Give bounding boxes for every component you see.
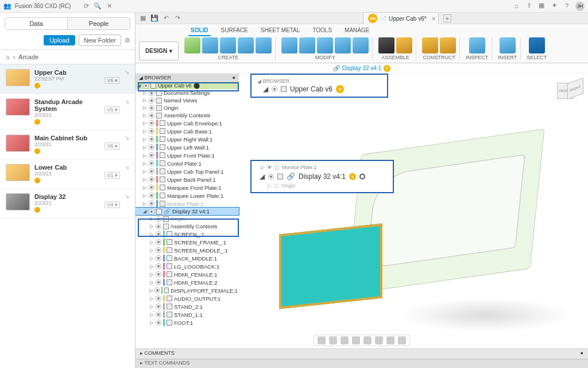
- visibility-icon[interactable]: [149, 98, 154, 103]
- tree-node[interactable]: ▷HDMI_FEMALE:2: [136, 278, 239, 286]
- tree-node[interactable]: ▷LG_LOGOBACK:1: [136, 262, 239, 270]
- visibility-icon[interactable]: [149, 177, 154, 182]
- tree-node[interactable]: ▷SCREEN_MIDDLE_:1: [136, 246, 239, 254]
- axis-icon[interactable]: [440, 37, 456, 53]
- visibility-icon[interactable]: [149, 144, 154, 150]
- ext-icon[interactable]: ▦: [537, 2, 546, 10]
- visibility-icon[interactable]: [143, 83, 149, 89]
- tree-node[interactable]: ▷STAND_1:1: [136, 310, 239, 319]
- extrude-icon[interactable]: [202, 37, 218, 53]
- version-badge[interactable]: V6 ▾: [105, 77, 120, 84]
- visibility-icon[interactable]: [149, 168, 154, 174]
- visibility-icon[interactable]: [156, 263, 161, 269]
- sketch-icon[interactable]: [184, 37, 200, 53]
- display-settings-icon[interactable]: [375, 336, 383, 344]
- tree-node[interactable]: ▷Marquee Front Plate:1: [136, 183, 239, 191]
- tree-node[interactable]: ▷FOOT:1: [136, 319, 239, 327]
- cart-icon[interactable]: ⇪: [525, 2, 533, 10]
- tab-people[interactable]: People: [68, 18, 130, 29]
- tree-node[interactable]: ▷Marquee Lower Plate:1: [136, 191, 239, 200]
- design-item[interactable]: Main Cabinet Sub 2/23/21 V6 ▾ ↘: [0, 130, 135, 159]
- visibility-icon[interactable]: [149, 136, 154, 142]
- visibility-icon[interactable]: [156, 296, 161, 301]
- tree-node[interactable]: ▷Origin: [136, 104, 239, 112]
- align-icon[interactable]: [353, 37, 369, 53]
- tree-node[interactable]: ◢🔗Display 32 v4:1: [136, 208, 239, 215]
- revolve-icon[interactable]: [220, 37, 236, 53]
- tree-node[interactable]: ▷Upper Front Plate:1: [136, 151, 239, 159]
- grid-settings-icon[interactable]: [386, 336, 394, 344]
- workspace-picker[interactable]: DESIGN▾: [139, 41, 179, 60]
- shell-icon[interactable]: [299, 37, 315, 53]
- save-icon[interactable]: 💾: [150, 14, 158, 22]
- search-icon[interactable]: 🔍: [94, 2, 102, 10]
- combine-icon[interactable]: [317, 37, 333, 53]
- gear-icon[interactable]: ⚙: [125, 37, 130, 44]
- tree-node[interactable]: ▷Origin: [136, 215, 239, 223]
- visibility-icon[interactable]: [149, 113, 154, 118]
- user-avatar[interactable]: JH: [575, 2, 585, 11]
- version-badge[interactable]: V6 ▾: [105, 143, 120, 150]
- joint-icon[interactable]: [378, 37, 394, 53]
- look-icon[interactable]: [363, 336, 372, 344]
- measure-icon[interactable]: [469, 37, 485, 53]
- insert-icon[interactable]: [500, 37, 516, 53]
- browser-header[interactable]: ◢ BROWSER ●: [136, 74, 239, 82]
- fit-icon[interactable]: [352, 336, 360, 344]
- version-badge[interactable]: V1 ▾: [105, 172, 120, 179]
- visibility-icon[interactable]: [149, 209, 154, 214]
- tree-node[interactable]: ▷AUDIO_OUTPUT:1: [136, 294, 239, 302]
- linked-component-bar[interactable]: 🔗 Display 32 v4:1 V: [136, 63, 588, 74]
- version-badge[interactable]: V5 ▾: [105, 106, 120, 113]
- undo-icon[interactable]: ↶: [162, 14, 170, 22]
- plane-icon[interactable]: [422, 37, 438, 53]
- tree-node[interactable]: ▷Contol Plate:1: [136, 159, 239, 167]
- close-icon[interactable]: ✕: [431, 16, 436, 22]
- refresh-icon[interactable]: ⟳: [82, 2, 90, 10]
- visibility-icon[interactable]: [156, 216, 161, 222]
- visibility-icon[interactable]: [156, 279, 161, 285]
- tree-node[interactable]: ▷Monitor Plate:1: [136, 200, 239, 208]
- visibility-icon[interactable]: [149, 128, 154, 134]
- canvas[interactable]: ◢ BROWSER ● ◢ Upper Cab v6 ⬤ ▷Document S…: [136, 74, 588, 348]
- design-item[interactable]: Lower Cab 2/23/21 V1 ▾ ↘: [0, 159, 135, 189]
- tree-node[interactable]: ▷Assembly Contexts: [136, 223, 239, 230]
- text-commands-bar[interactable]: ▸ TEXT COMMANDS: [136, 359, 588, 368]
- add-tab-button[interactable]: +: [443, 14, 451, 22]
- tree-node[interactable]: ▷Upper Cab Top Panel:1: [136, 167, 239, 175]
- visibility-icon[interactable]: [149, 185, 154, 190]
- visibility-icon[interactable]: [149, 90, 154, 96]
- tree-node[interactable]: ▷Upper Cab Base:1: [136, 127, 239, 135]
- upload-button[interactable]: Upload: [44, 35, 75, 45]
- ribbon-tab-sheet metal[interactable]: SHEET METAL: [258, 25, 303, 36]
- ribbon-tab-solid[interactable]: SOLID: [188, 25, 211, 36]
- tree-node[interactable]: ▷SCREEN_FRAME_:1: [136, 238, 239, 246]
- viewport-icon[interactable]: [398, 336, 406, 344]
- tree-node[interactable]: ▷BACK_MIDDLE:1: [136, 254, 239, 262]
- help-icon[interactable]: ?: [563, 2, 571, 10]
- tree-node[interactable]: ▷Upper Back Panel:1: [136, 175, 239, 183]
- tree-node[interactable]: ▷Document Settings: [136, 89, 239, 97]
- version-badge[interactable]: V4 ▾: [105, 201, 120, 208]
- ribbon-tab-surface[interactable]: SURFACE: [219, 25, 250, 36]
- tree-node[interactable]: ▷DISPLAYPORT_FEMALE:1: [136, 286, 239, 294]
- visibility-icon[interactable]: [149, 120, 154, 126]
- tree-node[interactable]: ▷Upper Cab Envelope:1: [136, 119, 239, 127]
- orbit-icon[interactable]: [318, 336, 326, 344]
- ribbon-tab-manage[interactable]: MANAGE: [342, 25, 372, 36]
- visibility-icon[interactable]: [156, 320, 161, 325]
- home-icon[interactable]: ⌂: [6, 53, 10, 60]
- team-icon[interactable]: 👥: [3, 2, 11, 10]
- visibility-icon[interactable]: [156, 224, 161, 229]
- home-icon[interactable]: ⌂: [512, 2, 520, 10]
- visibility-icon[interactable]: [149, 201, 154, 206]
- visibility-icon[interactable]: [149, 105, 154, 111]
- new-folder-button[interactable]: New Folder: [79, 34, 121, 46]
- design-item[interactable]: Standup Arcade System 2/23/21 V5 ▾ ↘: [0, 94, 135, 130]
- loft-icon[interactable]: [256, 37, 272, 53]
- tree-node[interactable]: ▷Upper Right Wall:1: [136, 135, 239, 143]
- breadcrumb-folder[interactable]: Arcade: [18, 53, 38, 60]
- visibility-icon[interactable]: [156, 255, 161, 261]
- fillet-icon[interactable]: [281, 37, 297, 53]
- display-screen[interactable]: [279, 224, 382, 309]
